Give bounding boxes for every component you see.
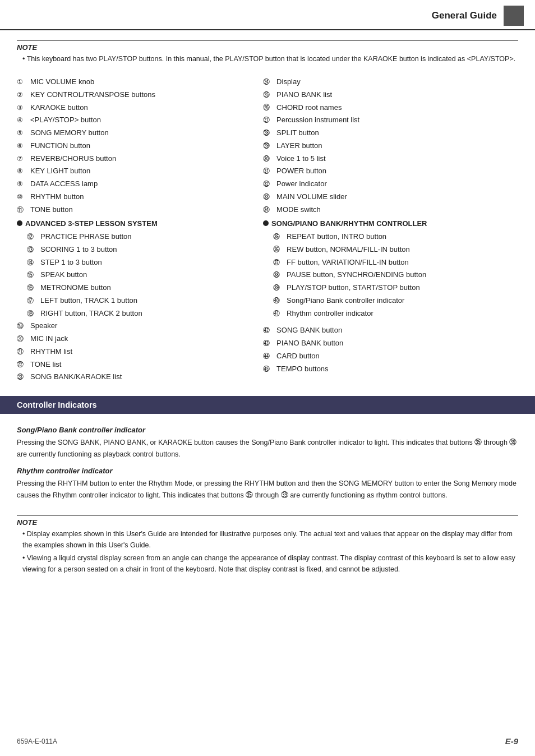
song-piano-bank-indicator-title: Song/Piano Bank controller indicator — [17, 424, 518, 436]
page-header: General Guide — [0, 0, 535, 30]
advanced-lesson-subitems: ⑫PRACTICE PHRASE button ⑬SCORING 1 to 3 … — [17, 231, 252, 320]
song-piano-bank-title: SONG/PIANO BANK/RHYTHM CONTROLLER — [271, 218, 427, 230]
list-item: ②KEY CONTROL/TRANSPOSE buttons — [17, 89, 252, 102]
list-item: ㉙LAYER button — [263, 140, 518, 153]
list-item: ⑤SONG MEMORY button — [17, 127, 252, 140]
list-item: ㊴PLAY/STOP button, START/STOP button — [273, 282, 518, 294]
list-item: ③KARAOKE button — [17, 102, 252, 114]
list-item: ㉛POWER button — [263, 165, 518, 178]
list-item: ㊸PIANO BANK button — [263, 337, 518, 350]
list-item: ⑯METRONOME button — [27, 282, 252, 294]
right-column: ㉔Display ㉕PIANO BANK list ㉖CHORD root na… — [257, 76, 518, 384]
list-item: ⑧KEY LIGHT button — [17, 165, 252, 178]
list-item: ⑦REVERB/CHORUS button — [17, 153, 252, 165]
list-item: ㊶Rhythm controller indicator — [273, 307, 518, 320]
list-item: ⑨DATA ACCESS lamp — [17, 178, 252, 191]
list-item: ㉔Display — [263, 76, 518, 89]
list-item: ⑪TONE button — [17, 204, 252, 216]
footer-page-number: E-9 — [505, 736, 518, 746]
controller-indicators-title: Controller Indicators — [17, 400, 97, 409]
list-item: ㊳PAUSE button, SYNCHRO/ENDING button — [273, 269, 518, 282]
list-item: ㉕PIANO BANK list — [263, 89, 518, 102]
list-item: ⑱RIGHT button, TRACK 2 button — [27, 307, 252, 320]
header-icon-block — [504, 6, 524, 26]
list-item: ㊵Song/Piano Bank controller indicator — [273, 294, 518, 307]
list-item: ⑲Speaker — [17, 320, 252, 333]
list-item: ④<PLAY/STOP> button — [17, 114, 252, 127]
top-note-list: This keyboard has two PLAY/STOP buttons.… — [17, 53, 518, 64]
bottom-note-label: NOTE — [17, 518, 518, 527]
footer-left: 659A-E-011A — [17, 737, 57, 745]
list-item: ⑰LEFT button, TRACK 1 button — [27, 294, 252, 307]
list-item: ㉘SPLIT button — [263, 127, 518, 140]
list-item: ①MIC VOLUME knob — [17, 76, 252, 89]
controller-body: Song/Piano Bank controller indicator Pre… — [0, 414, 535, 512]
bottom-note-list: Display examples shown in this User's Gu… — [17, 528, 518, 575]
controller-indicators-section: Controller Indicators — [0, 396, 535, 414]
list-item: ㉗Percussion instrument list — [263, 114, 518, 127]
list-item: ㉜Power indicator — [263, 178, 518, 191]
list-item: ㊱REW button, NORMAL/FILL-IN button — [273, 243, 518, 256]
list-item: ㉞MODE switch — [263, 204, 518, 216]
list-item: ⑥FUNCTION button — [17, 140, 252, 153]
list-item: ㊷SONG BANK button — [263, 324, 518, 337]
list-item: ㉝MAIN VOLUME slider — [263, 191, 518, 204]
top-note-item-1: This keyboard has two PLAY/STOP buttons.… — [22, 53, 518, 64]
list-item: ㊹CARD button — [263, 350, 518, 363]
list-item: ㉓SONG BANK/KARAOKE list — [17, 371, 252, 384]
list-item: ⑫PRACTICE PHRASE button — [27, 231, 252, 243]
bottom-note-box: NOTE Display examples shown in this User… — [17, 515, 518, 575]
top-note-box: NOTE This keyboard has two PLAY/STOP but… — [17, 40, 518, 64]
list-item: ㊲FF button, VARIATION/FILL-IN button — [273, 256, 518, 269]
top-note-label: NOTE — [17, 43, 518, 52]
list-item: ⑮SPEAK button — [27, 269, 252, 282]
main-content: ①MIC VOLUME knob ②KEY CONTROL/TRANSPOSE … — [0, 71, 535, 390]
song-piano-bank-subitems: ㉟REPEAT button, INTRO button ㊱REW button… — [263, 231, 518, 320]
left-column: ①MIC VOLUME knob ②KEY CONTROL/TRANSPOSE … — [17, 76, 257, 384]
bullet-icon — [17, 220, 22, 226]
song-piano-bank-indicator-text: Pressing the SONG BANK, PIANO BANK, or K… — [17, 437, 518, 460]
advanced-lesson-header: ADVANCED 3-STEP LESSON SYSTEM — [17, 218, 252, 230]
song-piano-bank-header: SONG/PIANO BANK/RHYTHM CONTROLLER — [263, 218, 518, 230]
bottom-note-item-1: Display examples shown in this User's Gu… — [22, 528, 518, 551]
list-item: ㉖CHORD root names — [263, 102, 518, 114]
list-item: ㉑RHYTHM list — [17, 345, 252, 358]
page-title: General Guide — [432, 10, 497, 21]
rhythm-controller-indicator-text: Pressing the RHYTHM button to enter the … — [17, 478, 518, 501]
bullet-icon — [263, 220, 269, 226]
list-item: ⑳MIC IN jack — [17, 333, 252, 345]
list-item: ㊺TEMPO buttons — [263, 363, 518, 376]
list-item: ㉚Voice 1 to 5 list — [263, 153, 518, 165]
list-item: ⑭STEP 1 to 3 button — [27, 256, 252, 269]
list-item: ㉒TONE list — [17, 358, 252, 371]
list-item: ⑬SCORING 1 to 3 button — [27, 243, 252, 256]
rhythm-controller-indicator-title: Rhythm controller indicator — [17, 465, 518, 477]
list-item: ㉟REPEAT button, INTRO button — [273, 231, 518, 243]
advanced-lesson-title: ADVANCED 3-STEP LESSON SYSTEM — [25, 218, 158, 230]
list-item: ⑩RHYTHM button — [17, 191, 252, 204]
bottom-note-item-2: Viewing a liquid crystal display screen … — [22, 552, 518, 575]
page-footer: 659A-E-011A E-9 — [17, 736, 518, 746]
